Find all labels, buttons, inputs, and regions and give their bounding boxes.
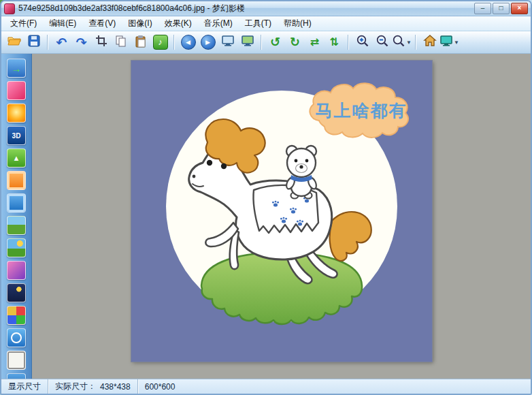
zoom-in-icon [356, 34, 369, 50]
window-title: 574e9258d109b3de2af33f08cebf6c81800a4c06… [18, 3, 471, 14]
orange-frame-tool[interactable] [7, 171, 26, 190]
display-mode-button[interactable]: ▼ [440, 33, 459, 51]
status-bar: 显示尺寸 实际尺寸： 438*438 600*600 [1, 379, 531, 394]
undo-button[interactable]: ↶ [52, 33, 71, 51]
blue-template-tool[interactable] [7, 328, 26, 347]
horse-nostril [192, 175, 195, 178]
green-photo-tool[interactable]: ▲ [7, 148, 26, 168]
status-display-label: 显示尺寸 [1, 379, 48, 394]
gradient-color-tool[interactable] [7, 81, 26, 100]
tool-sidebar: → 3D ▲ ◢ [1, 54, 32, 379]
open-folder-icon [7, 34, 21, 50]
nav-forward-icon: ▶ [201, 35, 216, 50]
undo-icon: ↶ [56, 36, 67, 49]
toolbar-separator [348, 35, 349, 50]
image-document[interactable]: 马上啥都有 [131, 61, 432, 362]
toolbar-separator [173, 35, 175, 50]
status-actual-value: 600*600 [138, 379, 531, 394]
toolbar-separator [415, 35, 416, 50]
rotate-right-icon: ↻ [290, 36, 300, 48]
dropdown-arrow-icon: ▼ [454, 40, 459, 46]
menu-edit[interactable]: 编辑(E) [43, 16, 82, 31]
rotate-right-button[interactable]: ↻ [286, 33, 304, 51]
three-d-effect-tool[interactable]: 3D [7, 126, 26, 145]
toolbar: ↶ ↷ ♪ ◀ ▶ ↺ ↻ ⇄ ⇅ ▼ ▼ [1, 31, 531, 54]
fit-screen-button[interactable] [218, 33, 237, 51]
menu-image[interactable]: 图像(I) [122, 16, 158, 31]
canvas-area[interactable]: 马上啥都有 [32, 54, 531, 379]
zoom-mode-button[interactable]: ▼ [393, 33, 411, 51]
zoom-out-icon [376, 34, 389, 50]
glow-effect-tool[interactable] [7, 104, 26, 123]
menu-view[interactable]: 查看(V) [82, 16, 122, 31]
white-border-tool[interactable] [7, 351, 26, 370]
main-area: → 3D ▲ ◢ [1, 54, 531, 379]
rotate-left-icon: ↺ [270, 36, 280, 48]
save-icon [27, 34, 41, 50]
purple-collage-tool[interactable] [7, 261, 26, 280]
send-arrow-tool[interactable]: → [7, 59, 26, 78]
horse-eye [206, 160, 212, 165]
app-icon [4, 3, 15, 14]
save-button[interactable] [24, 33, 43, 51]
flip-horizontal-icon: ⇄ [310, 37, 319, 48]
rotate-left-button[interactable]: ↺ [266, 33, 284, 51]
paste-button[interactable] [131, 33, 150, 51]
landscape-scene-tool[interactable] [7, 216, 26, 235]
title-bar[interactable]: 574e9258d109b3de2af33f08cebf6c81800a4c06… [1, 1, 531, 16]
bear-eye [305, 159, 308, 163]
color-grid-tool[interactable] [7, 306, 26, 325]
redo-icon: ↷ [76, 36, 87, 49]
paste-icon [134, 35, 147, 50]
maximize-button[interactable]: □ [493, 3, 510, 14]
desktop-background: 574e9258d109b3de2af33f08cebf6c81800a4c06… [0, 0, 532, 395]
menu-help[interactable]: 帮助(H) [278, 16, 318, 31]
app-window: 574e9258d109b3de2af33f08cebf6c81800a4c06… [0, 0, 532, 395]
bear-nose [299, 165, 303, 168]
zoom-out-button[interactable] [373, 33, 391, 51]
nav-back-button[interactable]: ◀ [179, 33, 197, 51]
display-mode-icon [439, 34, 453, 50]
menu-effects[interactable]: 效果(K) [159, 16, 198, 31]
nav-forward-button[interactable]: ▶ [199, 33, 217, 51]
copy-button[interactable] [112, 33, 130, 51]
horse-eye [220, 163, 226, 169]
night-scene-tool[interactable] [7, 283, 26, 302]
status-actual-size: 实际尺寸： 438*438 [48, 379, 138, 394]
window-controls: – □ × [474, 3, 528, 14]
close-button[interactable]: × [511, 3, 528, 14]
crop-icon [95, 35, 107, 50]
minimize-button[interactable]: – [474, 3, 491, 14]
toolbar-separator [261, 35, 262, 50]
media-music-button[interactable]: ♪ [151, 33, 169, 51]
home-button[interactable] [420, 33, 439, 51]
fit-screen-icon [221, 34, 235, 50]
flip-horizontal-button[interactable]: ⇄ [305, 33, 324, 51]
landscape-photo-tool[interactable] [7, 238, 26, 257]
caption-cloud: 马上啥都有 [310, 83, 408, 138]
status-display-value: 438*438 [100, 382, 131, 392]
copy-icon [114, 35, 127, 50]
redo-button[interactable]: ↷ [72, 33, 90, 51]
blue-frame-tool[interactable] [7, 193, 26, 212]
crop-button[interactable] [92, 33, 110, 51]
caption-text: 马上啥都有 [315, 101, 407, 121]
menu-tools[interactable]: 工具(T) [239, 16, 278, 31]
flip-vertical-button[interactable]: ⇅ [325, 33, 344, 51]
toolbar-separator [47, 35, 48, 50]
nav-back-icon: ◀ [181, 35, 196, 50]
actual-size-button[interactable] [238, 33, 256, 51]
zoom-mode-icon [392, 34, 405, 50]
flip-vertical-icon: ⇅ [330, 37, 339, 48]
media-music-icon: ♪ [153, 35, 168, 50]
bear-eye [294, 159, 297, 163]
home-icon [423, 34, 437, 50]
menu-bar: 文件(F) 编辑(E) 查看(V) 图像(I) 效果(K) 音乐(M) 工具(T… [1, 16, 531, 31]
menu-music[interactable]: 音乐(M) [198, 16, 239, 31]
open-folder-button[interactable] [5, 33, 23, 51]
status-actual-label: 实际尺寸： [55, 381, 96, 392]
dropdown-arrow-icon: ▼ [406, 40, 412, 46]
menu-file[interactable]: 文件(F) [4, 16, 43, 31]
zoom-in-button[interactable] [353, 33, 371, 51]
actual-size-icon [241, 34, 254, 50]
